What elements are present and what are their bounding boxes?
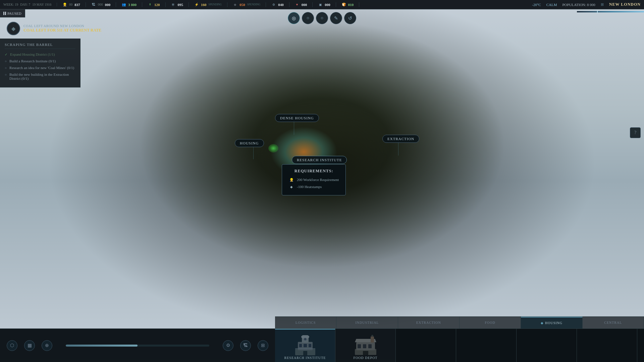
objectives-panel: SCRAPING THE BARREL ✓ Expand Housing Dis… bbox=[0, 39, 80, 87]
objective-item-2: ○ Build a Research Institute (0/1) bbox=[5, 59, 75, 63]
worker-count: 837 bbox=[74, 3, 80, 7]
people-icon bbox=[121, 2, 126, 7]
toolbar-btn-2[interactable]: ○ bbox=[302, 12, 314, 24]
tab-food[interactable]: FOOD bbox=[460, 317, 521, 328]
help-button[interactable]: ? bbox=[630, 127, 641, 138]
food-label: FOOD bbox=[485, 321, 495, 324]
housing-tab-label: HOUSING bbox=[545, 321, 562, 325]
req-text-1: 200 Workforce Requirement bbox=[297, 178, 339, 182]
top-bar-right: -20°C CALM POPULATION: 8 000 ⊞ NEW LONDO… bbox=[532, 2, 641, 7]
worker-icon bbox=[62, 2, 67, 7]
building-card-empty-1[interactable] bbox=[396, 329, 456, 362]
settings-button[interactable]: ⚙ bbox=[223, 340, 233, 351]
resource2-section: 160 SPENDING bbox=[194, 2, 227, 7]
coal-circle-icon: ◆ bbox=[11, 25, 15, 32]
construction-icon bbox=[91, 2, 96, 7]
expand-icon: ⊞ bbox=[261, 343, 265, 348]
coal-notification: ◆ COAL LEFT AROUND NEW LONDON COAL LEFT … bbox=[7, 22, 101, 35]
research-institute-building-name: RESEARCH INSTITUTE bbox=[284, 356, 326, 360]
circle-icon-2: ○ bbox=[5, 59, 7, 63]
tab-logistics[interactable]: LOGISTICS bbox=[275, 317, 336, 328]
list-view-button[interactable]: ▦ bbox=[24, 340, 35, 351]
building-card-research-institute[interactable]: RESEARCH INSTITUTE bbox=[275, 329, 335, 362]
housing-tab-icon: ◆ bbox=[541, 321, 544, 325]
list-icon: ▦ bbox=[28, 343, 32, 348]
food-depot-illustration bbox=[352, 335, 379, 357]
pause-bar: PAUSED bbox=[0, 9, 25, 17]
population-section: 3 800 bbox=[121, 2, 142, 7]
logistics-label: LOGISTICS bbox=[296, 321, 316, 324]
build-icon: 🏗 bbox=[243, 343, 248, 348]
crosshair-icon: ⊕ bbox=[45, 343, 49, 348]
temp-bar-fill bbox=[577, 11, 644, 12]
building-card-empty-5[interactable] bbox=[637, 329, 644, 362]
objective-item-4: ○ Build the new building in the Extracti… bbox=[5, 72, 75, 80]
resource4-section: ⚙ 040 bbox=[271, 2, 289, 7]
svg-rect-16 bbox=[368, 344, 372, 348]
objective-item-1: ✓ Expand Housing District (1/1) bbox=[5, 52, 75, 56]
resource5-section: 000 bbox=[295, 2, 313, 7]
stack-icon: ▣ bbox=[318, 2, 323, 7]
week-label: WEEK: 19 bbox=[3, 3, 18, 6]
extraction-label[interactable]: EXTRACTION bbox=[382, 135, 419, 143]
toolbar-btn-3[interactable]: ○ bbox=[316, 12, 328, 24]
top-hud-bar: WEEK: 19 DAY: 7 19 MAY 1916 00 837 000 0… bbox=[0, 0, 644, 9]
svg-rect-6 bbox=[309, 344, 311, 347]
resource7-section: 010 bbox=[341, 2, 360, 7]
req-text-2: -100 Heatstamps bbox=[297, 185, 322, 189]
heatstamps-icon: ◆ bbox=[289, 184, 294, 189]
toolbar-btn-1[interactable]: ◎ bbox=[288, 12, 300, 24]
temperature-display: -20°C bbox=[532, 3, 541, 7]
objectives-title: SCRAPING THE BARREL bbox=[5, 43, 75, 49]
city-name-display: NEW LONDON bbox=[609, 2, 641, 7]
resource3-val: 050 bbox=[239, 3, 245, 7]
target-view-button[interactable]: ⊕ bbox=[42, 340, 52, 351]
pause-icon bbox=[3, 12, 6, 15]
tab-housing[interactable]: ◆ HOUSING bbox=[521, 317, 582, 328]
building-card-empty-2[interactable] bbox=[456, 329, 517, 362]
expand-icon: ⊞ bbox=[601, 2, 604, 7]
build-button[interactable]: 🏗 bbox=[240, 340, 251, 351]
building-card-empty-3[interactable] bbox=[517, 329, 577, 362]
date-label: 19 MAY 1916 bbox=[32, 3, 51, 6]
toolbar-btn-4[interactable]: ✎ bbox=[330, 12, 342, 24]
bottom-panel-left: ⬡ ▦ ⊕ ⚙ 🏗 ⊞ bbox=[0, 329, 275, 362]
timeline-progress bbox=[66, 345, 209, 347]
workers-section: 00 837 bbox=[62, 2, 86, 7]
svg-rect-7 bbox=[303, 351, 307, 355]
tab-industrial[interactable]: INDUSTRIAL bbox=[336, 317, 398, 328]
toolbar-btn-5[interactable]: ↺ bbox=[344, 12, 356, 24]
toolbar-icon-3: ○ bbox=[321, 15, 323, 21]
expand-button[interactable]: ⊞ bbox=[258, 340, 268, 351]
building-card-food-depot[interactable]: FOOD DEPOT bbox=[335, 329, 396, 362]
resource6-section: ▣ 000 bbox=[318, 2, 336, 7]
building-card-empty-4[interactable] bbox=[577, 329, 637, 362]
circle-icon-3: ○ bbox=[5, 66, 7, 70]
circle-icon-4: ○ bbox=[5, 73, 7, 76]
svg-rect-15 bbox=[363, 344, 366, 348]
resource2-val: 160 bbox=[201, 3, 207, 7]
objective-text-3: Research an idea for new 'Coal Mines' (0… bbox=[9, 66, 74, 70]
map-view-button[interactable]: ⬡ bbox=[7, 340, 17, 351]
requirements-popup: REQUIREMENTS: 👷 200 Workforce Requiremen… bbox=[282, 164, 346, 195]
pause-button[interactable]: PAUSED bbox=[3, 11, 21, 15]
bottom-panel-buildings: RESEARCH INSTITUTE bbox=[275, 329, 644, 362]
svg-rect-4 bbox=[299, 344, 302, 347]
tab-central[interactable]: CENTRAL bbox=[583, 317, 644, 328]
population-display: POPULATION: 8 000 bbox=[562, 3, 595, 7]
objective-item-3: ○ Research an idea for new 'Coal Mines' … bbox=[5, 66, 75, 70]
tab-extraction[interactable]: EXTRACTION bbox=[398, 317, 460, 328]
resource5-val: 000 bbox=[302, 3, 307, 7]
district-tabs: LOGISTICS INDUSTRIAL EXTRACTION FOOD ◆ H… bbox=[275, 316, 644, 328]
health-icon bbox=[295, 2, 300, 7]
housing-district-label[interactable]: HOUSING bbox=[235, 139, 264, 147]
bottom-panel: ⬡ ▦ ⊕ ⚙ 🏗 ⊞ bbox=[0, 328, 644, 362]
resource4-val: 040 bbox=[278, 3, 284, 7]
coal-notification-icon: ◆ bbox=[7, 22, 20, 35]
construction-section: 000 000 bbox=[91, 2, 116, 7]
construction-zero: 000 bbox=[98, 3, 103, 6]
research-institute-label[interactable]: RESEARCH INSTITUTE bbox=[292, 156, 347, 164]
objective-text-2: Build a Research Institute (0/1) bbox=[9, 59, 56, 63]
coal-title: COAL LEFT AROUND NEW LONDON bbox=[23, 24, 101, 28]
dense-housing-label[interactable]: DENSE HOUSING bbox=[275, 114, 319, 122]
